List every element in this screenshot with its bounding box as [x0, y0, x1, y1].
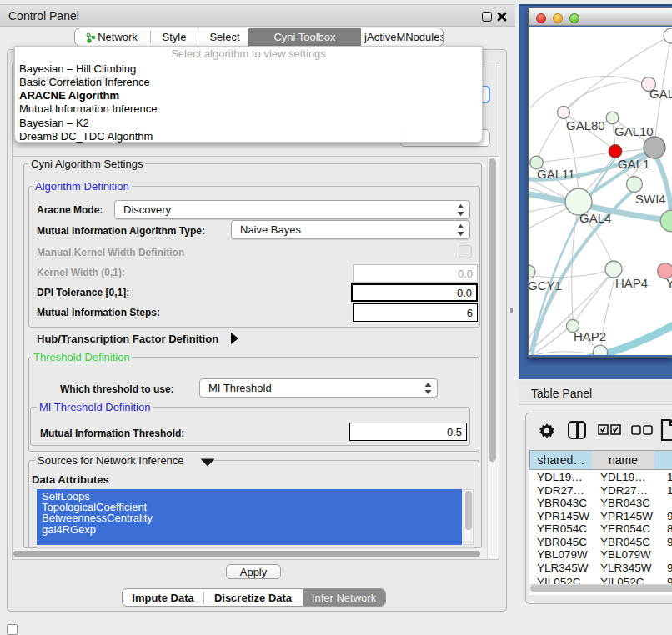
svg-text:HAP2: HAP2 [574, 329, 606, 343]
svg-text:GAL4: GAL4 [579, 211, 611, 225]
svg-text:GAL80: GAL80 [566, 118, 605, 132]
svg-text:GAL7: GAL7 [649, 87, 672, 101]
svg-text:GCY1: GCY1 [529, 278, 562, 292]
svg-text:GAL11: GAL11 [537, 167, 575, 181]
svg-text:GAL10: GAL10 [614, 124, 654, 138]
svg-text:YJ: YJ [666, 276, 672, 290]
svg-text:GAL1: GAL1 [618, 157, 649, 171]
svg-text:SWI4: SWI4 [635, 192, 666, 206]
svg-text:HAP4: HAP4 [615, 276, 648, 290]
